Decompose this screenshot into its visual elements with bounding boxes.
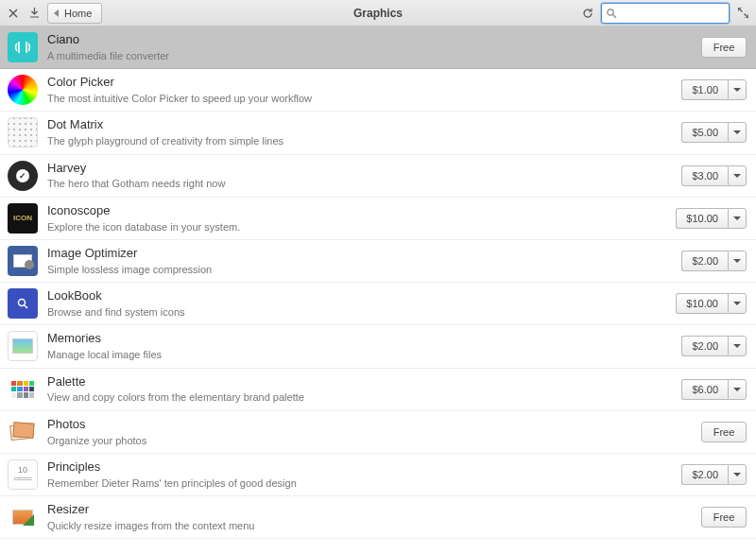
app-text: ResizerQuickly resize images from the co…	[47, 502, 701, 532]
app-icon-resizer	[8, 502, 38, 532]
price-button[interactable]: $10.00	[676, 208, 728, 229]
price-button[interactable]: $3.00	[681, 165, 728, 186]
chevron-down-icon	[733, 473, 741, 476]
price-dropdown-button[interactable]	[728, 251, 747, 271]
app-row-dotmatrix[interactable]: Dot MatrixThe glyph playground of creati…	[0, 112, 756, 154]
app-text: PaletteView and copy colors from the ele…	[47, 374, 681, 405]
app-description: Remember Dieter Rams' ten principles of …	[47, 476, 681, 490]
price-button[interactable]: Free	[701, 37, 747, 58]
price-dropdown-button[interactable]	[728, 464, 747, 485]
price-button[interactable]: Free	[701, 507, 747, 528]
chevron-down-icon	[733, 88, 741, 92]
app-description: Manage local image files	[47, 348, 681, 361]
app-list: CianoA multimedia file converterFreeColo…	[0, 26, 756, 539]
app-text: PhotosOrganize your photos	[47, 417, 701, 447]
price-dropdown-button[interactable]	[728, 79, 747, 100]
price-group: $1.00	[681, 79, 747, 100]
app-text: LookBookBrowse and find system icons	[47, 288, 676, 319]
chevron-down-icon	[733, 344, 741, 348]
app-name: Palette	[47, 374, 681, 390]
app-name: Photos	[47, 417, 701, 433]
app-text: PrinciplesRemember Dieter Rams' ten prin…	[47, 459, 681, 490]
price-group: Free	[701, 422, 747, 442]
app-description: The most intuitive Color Picker to speed…	[47, 92, 681, 105]
price-dropdown-button[interactable]	[728, 208, 747, 229]
price-group: $10.00	[676, 293, 747, 314]
price-dropdown-button[interactable]	[728, 293, 747, 314]
app-row-iconoscope[interactable]: ICONIconoscopeExplore the icon database …	[0, 198, 756, 240]
price-dropdown-button[interactable]	[728, 379, 747, 400]
app-icon-ciano	[8, 32, 38, 62]
app-name: Color Picker	[47, 75, 681, 91]
price-button[interactable]: $2.00	[681, 464, 728, 485]
app-description: Organize your photos	[47, 434, 701, 447]
app-icon-photos	[8, 417, 38, 447]
app-description: The hero that Gotham needs right now	[47, 177, 681, 190]
maximize-icon[interactable]	[735, 6, 750, 21]
price-button[interactable]: $2.00	[681, 336, 728, 356]
app-text: HarveyThe hero that Gotham needs right n…	[47, 161, 681, 191]
price-group: Free	[701, 507, 747, 528]
app-description: Browse and find system icons	[47, 305, 676, 319]
app-text: Image OptimizerSimple lossless image com…	[47, 246, 681, 276]
app-icon-dotmatrix	[8, 117, 38, 147]
search-input[interactable]	[621, 7, 725, 20]
price-button[interactable]: $10.00	[676, 293, 728, 314]
chevron-down-icon	[733, 259, 741, 263]
app-text: IconoscopeExplore the icon database in y…	[47, 203, 676, 234]
app-text: MemoriesManage local image files	[47, 331, 681, 361]
home-button-label: Home	[64, 8, 92, 19]
app-description: Quickly resize images from the context m…	[47, 519, 701, 532]
price-group: $5.00	[681, 122, 747, 143]
price-dropdown-button[interactable]	[728, 336, 747, 356]
app-row-imageopt[interactable]: Image OptimizerSimple lossless image com…	[0, 240, 756, 283]
app-description: A multimedia file converter	[47, 49, 701, 62]
app-row-lookbook[interactable]: LookBookBrowse and find system icons$10.…	[0, 283, 756, 325]
svg-point-1	[19, 300, 26, 306]
close-icon[interactable]	[6, 6, 21, 21]
home-button[interactable]: Home	[47, 3, 102, 24]
app-row-harvey[interactable]: HarveyThe hero that Gotham needs right n…	[0, 155, 756, 198]
price-group: $2.00	[681, 464, 747, 485]
header-bar: Home Graphics	[0, 0, 756, 26]
app-name: Resizer	[47, 502, 701, 518]
price-button[interactable]: $6.00	[681, 379, 728, 400]
price-button[interactable]: $2.00	[681, 251, 728, 271]
app-name: Iconoscope	[47, 203, 676, 219]
app-row-principles[interactable]: 10═══PrinciplesRemember Dieter Rams' ten…	[0, 454, 756, 496]
app-name: LookBook	[47, 288, 676, 304]
price-dropdown-button[interactable]	[728, 165, 747, 186]
app-name: Dot Matrix	[47, 117, 681, 133]
app-row-colorpicker[interactable]: Color PickerThe most intuitive Color Pic…	[0, 69, 756, 112]
app-icon-iconoscope: ICON	[8, 203, 38, 234]
app-text: Color PickerThe most intuitive Color Pic…	[47, 75, 681, 105]
price-button[interactable]: Free	[701, 422, 747, 442]
price-button[interactable]: $1.00	[681, 79, 728, 100]
chevron-down-icon	[733, 174, 741, 178]
app-icon-lookbook	[8, 288, 38, 319]
app-icon-harvey	[8, 161, 38, 191]
app-description: Explore the icon database in your system…	[47, 220, 676, 234]
chevron-down-icon	[733, 388, 741, 391]
app-row-photos[interactable]: PhotosOrganize your photosFree	[0, 411, 756, 454]
search-icon	[606, 8, 617, 19]
refresh-icon[interactable]	[580, 6, 595, 21]
app-row-ciano[interactable]: CianoA multimedia file converterFree	[0, 26, 756, 69]
app-name: Principles	[47, 459, 681, 476]
price-group: $2.00	[681, 251, 747, 271]
chevron-down-icon	[733, 130, 741, 134]
app-name: Image Optimizer	[47, 246, 681, 262]
app-text: CianoA multimedia file converter	[47, 32, 701, 62]
app-name: Harvey	[47, 161, 681, 177]
search-field[interactable]	[601, 3, 730, 24]
price-group: $2.00	[681, 336, 747, 356]
price-button[interactable]: $5.00	[681, 122, 728, 143]
app-row-memories[interactable]: MemoriesManage local image files$2.00	[0, 325, 756, 368]
app-row-palette[interactable]: PaletteView and copy colors from the ele…	[0, 369, 756, 411]
app-description: The glyph playground of creativity from …	[47, 134, 681, 147]
app-description: Simple lossless image compression	[47, 263, 681, 276]
price-dropdown-button[interactable]	[728, 122, 747, 143]
download-updates-icon[interactable]	[26, 6, 42, 21]
price-group: $6.00	[681, 379, 747, 400]
app-row-resizer[interactable]: ResizerQuickly resize images from the co…	[0, 496, 756, 539]
